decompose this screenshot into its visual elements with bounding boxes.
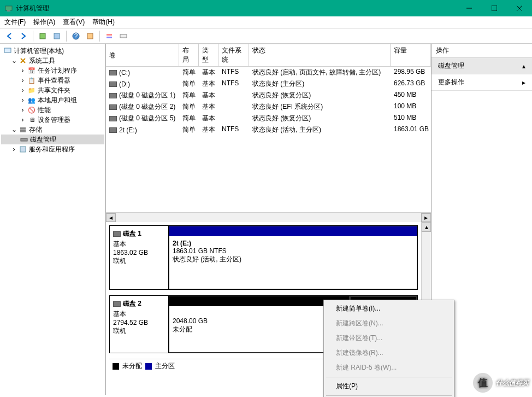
- cell-volume: (C:): [119, 69, 130, 77]
- col-volume[interactable]: 卷: [106, 44, 179, 66]
- expand-icon[interactable]: ›: [20, 106, 26, 114]
- tree-item[interactable]: ›📋事件查看器: [1, 75, 104, 85]
- partition-status: 状态良好 (活动, 主分区): [173, 255, 413, 264]
- cell-type: 基本: [199, 90, 218, 101]
- actions-disk-mgmt[interactable]: 磁盘管理 ▴: [431, 58, 532, 74]
- collapse-icon[interactable]: ⌄: [11, 57, 17, 65]
- partition-unalloc-1[interactable]: 2048.00 GB 未分配: [169, 296, 350, 353]
- volume-icon: [109, 93, 117, 98]
- expand-icon[interactable]: ›: [20, 86, 26, 94]
- col-status[interactable]: 状态: [249, 44, 391, 66]
- toolbar-icon-4[interactable]: [84, 30, 96, 42]
- table-row[interactable]: (磁盘 0 磁盘分区 5)简单基本状态良好 (恢复分区)510 MB: [106, 113, 431, 124]
- table-row[interactable]: (C:)简单基本NTFS状态良好 (启动, 页面文件, 故障转储, 主分区)29…: [106, 67, 431, 78]
- disk-state: 联机: [113, 256, 165, 266]
- menu-separator: [326, 377, 452, 377]
- tree-system-tools[interactable]: ⌄ 系统工具: [1, 56, 104, 66]
- table-row[interactable]: (磁盘 0 磁盘分区 1)简单基本状态良好 (恢复分区)450 MB: [106, 90, 431, 101]
- toolbar-icon-2[interactable]: [51, 30, 63, 42]
- watermark: 值 什么值得买: [473, 373, 529, 393]
- toolbar-icon-5[interactable]: [103, 30, 115, 42]
- toolbar-icon-1[interactable]: [37, 30, 49, 42]
- tree-services[interactable]: › 服务和应用程序: [1, 144, 104, 154]
- back-button[interactable]: [3, 30, 15, 42]
- volume-icon: [109, 70, 117, 75]
- disk-icon: [113, 231, 121, 237]
- tree-label: 本地用户和组: [38, 96, 77, 105]
- menu-new-striped-volume[interactable]: 新建带区卷(T)...: [325, 331, 453, 346]
- tree-item[interactable]: ›🖥设备管理器: [1, 115, 104, 125]
- menu-properties[interactable]: 属性(P): [325, 379, 453, 394]
- svg-rect-1: [7, 10, 10, 11]
- tree-label: 磁盘管理: [30, 135, 56, 144]
- tree-label: 存储: [29, 125, 42, 135]
- tools-icon: [19, 56, 27, 65]
- tree-label: 性能: [38, 106, 51, 115]
- help-button[interactable]: ?: [70, 30, 82, 42]
- tree-item[interactable]: ›🚫性能: [1, 105, 104, 115]
- scroll-up-icon[interactable]: ▴: [422, 222, 431, 232]
- nav-tree: 计算机管理(本地) ⌄ 系统工具 ›📅任务计划程序›📋事件查看器›📁共享文件夹›…: [0, 44, 106, 395]
- table-row[interactable]: 2t (E:)简单基本NTFS状态良好 (活动, 主分区)1863.01 GB: [106, 124, 431, 136]
- expand-icon[interactable]: ›: [20, 116, 26, 124]
- svg-rect-11: [107, 34, 112, 36]
- tree-root[interactable]: 计算机管理(本地): [1, 46, 104, 56]
- expand-icon[interactable]: ›: [11, 145, 17, 153]
- cell-capacity: 100 MB: [391, 102, 431, 112]
- tree-item[interactable]: ›📁共享文件夹: [1, 85, 104, 95]
- expand-icon[interactable]: ›: [20, 77, 26, 84]
- menu-help[interactable]: 帮助(H): [92, 17, 115, 27]
- partition-e[interactable]: 2t (E:) 1863.01 GB NTFS 状态良好 (活动, 主分区): [169, 226, 417, 289]
- table-row[interactable]: (磁盘 0 磁盘分区 2)简单基本状态良好 (EFI 系统分区)100 MB: [106, 101, 431, 113]
- expand-icon[interactable]: ›: [20, 67, 26, 74]
- menu-action[interactable]: 操作(A): [33, 17, 55, 27]
- cell-volume: (D:): [119, 80, 130, 88]
- actions-title: 操作: [431, 44, 532, 58]
- tree-storage[interactable]: ⌄ 存储: [1, 125, 104, 135]
- tree-label: 计算机管理(本地): [14, 46, 64, 56]
- cell-type: 基本: [199, 79, 218, 89]
- storage-icon: [19, 125, 27, 134]
- tree-item[interactable]: ›📅任务计划程序: [1, 66, 104, 75]
- cell-capacity: 298.95 GB: [391, 67, 431, 78]
- collapse-icon[interactable]: ⌄: [11, 126, 17, 133]
- tree-item[interactable]: ›👥本地用户和组: [1, 95, 104, 105]
- forward-button[interactable]: [17, 30, 29, 42]
- horizontal-scrollbar[interactable]: ◂ ▸: [106, 212, 431, 222]
- expand-icon[interactable]: ›: [20, 96, 26, 104]
- menu-new-simple-volume[interactable]: 新建简单卷(I)...: [325, 301, 453, 316]
- disk-1-box[interactable]: 磁盘 1 基本 1863.02 GB 联机 2t (E:) 1863.01 GB…: [109, 225, 418, 290]
- tree-disk-management[interactable]: 磁盘管理: [1, 135, 104, 144]
- col-type[interactable]: 类型: [199, 44, 218, 66]
- scroll-left-icon[interactable]: ◂: [106, 213, 116, 222]
- col-capacity[interactable]: 容量: [391, 44, 431, 66]
- cell-type: 基本: [199, 102, 218, 112]
- actions-more[interactable]: 更多操作 ▸: [431, 74, 532, 91]
- menu-new-spanned-volume[interactable]: 新建跨区卷(N)...: [325, 316, 453, 331]
- disk-name: 磁盘 1: [123, 229, 141, 238]
- services-icon: [19, 145, 27, 154]
- svg-rect-10: [87, 33, 93, 39]
- disk-type: 基本: [113, 310, 165, 319]
- watermark-icon: 值: [473, 373, 493, 393]
- partition-size: 2048.00 GB: [173, 317, 346, 325]
- svg-rect-3: [492, 5, 497, 11]
- cell-capacity: 626.73 GB: [391, 79, 431, 89]
- scroll-right-icon[interactable]: ▸: [421, 213, 431, 222]
- close-button[interactable]: [507, 0, 532, 16]
- menu-file[interactable]: 文件(F): [4, 17, 26, 27]
- partition-size: 1863.01 GB NTFS: [173, 247, 413, 255]
- cell-status: 状态良好 (活动, 主分区): [249, 125, 391, 135]
- minimize-button[interactable]: [457, 0, 482, 16]
- menu-new-raid5-volume[interactable]: 新建 RAID-5 卷(W)...: [325, 360, 453, 375]
- col-layout[interactable]: 布局: [179, 44, 199, 66]
- table-header: 卷 布局 类型 文件系统 状态 容量: [106, 44, 431, 67]
- toolbar-icon-6[interactable]: [117, 30, 129, 42]
- maximize-button[interactable]: [482, 0, 507, 16]
- legend-unalloc-icon: [113, 363, 119, 370]
- menu-new-mirrored-volume[interactable]: 新建镜像卷(R)...: [325, 346, 453, 360]
- menu-view[interactable]: 查看(V): [63, 17, 85, 27]
- table-row[interactable]: (D:)简单基本NTFS状态良好 (主分区)626.73 GB: [106, 78, 431, 90]
- cell-layout: 简单: [179, 67, 199, 78]
- col-filesystem[interactable]: 文件系统: [218, 44, 249, 66]
